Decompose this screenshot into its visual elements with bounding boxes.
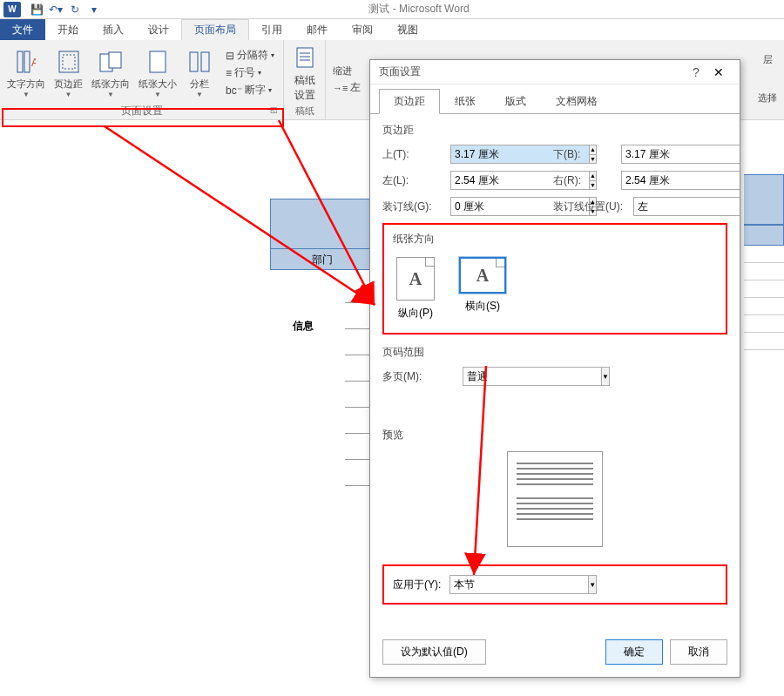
dialog-tab-paper[interactable]: 纸张 bbox=[440, 89, 490, 114]
svg-rect-8 bbox=[190, 52, 198, 71]
page-setup-group-label: 页面设置 bbox=[121, 104, 163, 118]
portrait-icon: A bbox=[396, 257, 435, 301]
dept-header-cell: 部门 bbox=[270, 249, 375, 270]
svg-rect-4 bbox=[63, 55, 75, 69]
orientation-icon bbox=[97, 48, 125, 76]
landscape-option[interactable]: A 横向(S) bbox=[456, 253, 510, 324]
window-title: 测试 - Microsoft Word bbox=[106, 2, 784, 17]
line-numbers-icon: ≡ bbox=[226, 67, 232, 79]
select-button-partial[interactable]: 选择 bbox=[751, 78, 784, 117]
left-margin-label: 左(L): bbox=[382, 173, 443, 188]
gutter-pos-combo[interactable] bbox=[633, 197, 740, 216]
writing-paper-icon bbox=[291, 44, 319, 71]
top-margin-label: 上(T): bbox=[382, 147, 443, 162]
apply-to-section: 应用于(Y): ▼ bbox=[382, 564, 727, 605]
svg-rect-0 bbox=[17, 51, 23, 72]
orientation-section: 纸张方向 A 纵向(P) A 横向(S) bbox=[382, 223, 727, 334]
word-app-icon: W bbox=[3, 2, 21, 17]
gutter-label: 装订线(G): bbox=[382, 199, 443, 214]
size-icon bbox=[144, 48, 172, 76]
tab-mailings[interactable]: 邮件 bbox=[294, 19, 340, 40]
ribbon-tabs: 文件 开始 插入 设计 页面布局 引用 邮件 审阅 视图 bbox=[0, 19, 784, 40]
indent-left-button[interactable]: →≡ 左 bbox=[329, 79, 364, 96]
page-range-label: 页码范围 bbox=[382, 345, 727, 360]
line-numbers-button[interactable]: ≡行号▾ bbox=[222, 64, 278, 81]
indent-label: 缩进 bbox=[329, 64, 364, 78]
multi-page-combo[interactable] bbox=[463, 367, 602, 386]
dialog-close-button[interactable]: ✕ bbox=[706, 65, 731, 79]
svg-rect-7 bbox=[150, 51, 166, 72]
undo-icon[interactable]: ↶▾ bbox=[47, 2, 64, 17]
multi-page-dropdown[interactable]: ▼ bbox=[602, 367, 610, 386]
orientation-button[interactable]: 纸张方向▼ bbox=[88, 46, 133, 100]
ribbon-right-crop: 层 选择 bbox=[751, 40, 784, 120]
size-button[interactable]: 纸张大小▼ bbox=[135, 46, 180, 100]
doc-table-fragment: 部门 bbox=[270, 199, 375, 270]
hyphenation-icon: bc⁻ bbox=[226, 84, 242, 97]
redo-icon[interactable]: ↻ bbox=[66, 2, 84, 17]
apply-to-label: 应用于(Y): bbox=[393, 578, 441, 592]
breaks-icon: ⊟ bbox=[226, 50, 234, 62]
default-button[interactable]: 设为默认值(D) bbox=[382, 639, 486, 665]
bottom-margin-input[interactable] bbox=[621, 145, 740, 164]
ok-button[interactable]: 确定 bbox=[605, 639, 663, 665]
tab-references[interactable]: 引用 bbox=[249, 19, 294, 40]
hyphenation-button[interactable]: bc⁻断字▾ bbox=[222, 82, 278, 98]
dialog-titlebar[interactable]: 页面设置 ? ✕ bbox=[370, 60, 740, 84]
save-icon[interactable]: 💾 bbox=[28, 2, 45, 17]
dialog-tab-grid[interactable]: 文档网格 bbox=[541, 89, 612, 114]
svg-rect-6 bbox=[109, 52, 121, 68]
columns-icon bbox=[186, 48, 213, 76]
doc-grid-lines bbox=[345, 277, 371, 486]
dialog-tab-margins[interactable]: 页边距 bbox=[379, 89, 440, 114]
writing-paper-group-label: 稿纸 bbox=[287, 105, 321, 118]
apply-to-dropdown[interactable]: ▼ bbox=[589, 575, 597, 594]
apply-to-combo[interactable] bbox=[449, 575, 589, 594]
quick-access-toolbar: 💾 ↶▾ ↻ ▾ bbox=[24, 2, 106, 17]
page-setup-dialog: 页面设置 ? ✕ 页边距 纸张 版式 文档网格 页边距 上(T): ▲▼ 下(B… bbox=[369, 59, 740, 678]
orientation-label: 纸张方向 bbox=[393, 232, 717, 247]
dialog-tabs: 页边距 纸张 版式 文档网格 bbox=[370, 84, 740, 114]
preview-thumbnail bbox=[507, 451, 603, 547]
tab-page-layout[interactable]: 页面布局 bbox=[181, 19, 249, 40]
dialog-title-text: 页面设置 bbox=[379, 64, 686, 79]
tab-insert[interactable]: 插入 bbox=[91, 19, 136, 40]
tab-file[interactable]: 文件 bbox=[0, 19, 45, 40]
preview-label: 预览 bbox=[382, 428, 727, 443]
right-margin-input[interactable] bbox=[621, 171, 740, 190]
margins-section-label: 页边距 bbox=[382, 123, 727, 138]
breaks-button[interactable]: ⊟分隔符▾ bbox=[222, 47, 278, 64]
margins-button[interactable]: 页边距▼ bbox=[51, 46, 86, 100]
page-setup-launcher[interactable]: ◱ bbox=[267, 105, 280, 118]
layer-button-partial[interactable]: 层 bbox=[751, 40, 784, 78]
svg-text:A: A bbox=[31, 57, 36, 69]
margins-icon bbox=[55, 48, 83, 76]
dialog-tab-layout[interactable]: 版式 bbox=[490, 89, 541, 114]
svg-rect-10 bbox=[297, 48, 313, 67]
portrait-option[interactable]: A 纵向(P) bbox=[393, 253, 438, 324]
info-label: 信息 bbox=[293, 319, 314, 334]
text-direction-icon: A bbox=[12, 48, 40, 76]
columns-button[interactable]: 分栏▼ bbox=[182, 46, 217, 100]
title-bar: W 💾 ↶▾ ↻ ▾ 测试 - Microsoft Word bbox=[0, 0, 784, 19]
writing-paper-button[interactable]: 稿纸设置 bbox=[287, 42, 321, 105]
landscape-icon: A bbox=[459, 257, 506, 294]
qat-customize-icon[interactable]: ▾ bbox=[85, 2, 103, 17]
cancel-button[interactable]: 取消 bbox=[670, 639, 727, 665]
tab-view[interactable]: 视图 bbox=[385, 19, 430, 40]
svg-rect-9 bbox=[201, 52, 209, 71]
gutter-pos-label: 装订线位置(U): bbox=[553, 199, 626, 214]
doc-right-table-fragment bbox=[744, 174, 784, 350]
tab-home[interactable]: 开始 bbox=[45, 19, 91, 40]
right-margin-label: 右(R): bbox=[553, 173, 614, 188]
svg-rect-1 bbox=[24, 51, 30, 72]
bottom-margin-label: 下(B): bbox=[553, 147, 614, 162]
multi-page-label: 多页(M): bbox=[382, 369, 456, 384]
tab-review[interactable]: 审阅 bbox=[340, 19, 385, 40]
text-direction-button[interactable]: A 文字方向▼ bbox=[3, 46, 49, 100]
tab-design[interactable]: 设计 bbox=[136, 19, 181, 40]
dialog-help-button[interactable]: ? bbox=[686, 65, 706, 79]
